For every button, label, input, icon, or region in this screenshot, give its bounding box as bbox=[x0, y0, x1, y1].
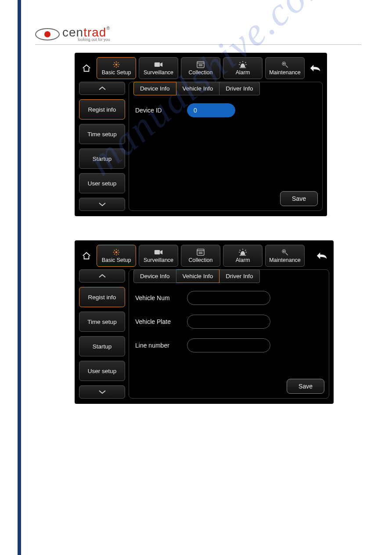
side-label: Time setup bbox=[87, 319, 116, 325]
svg-line-39 bbox=[240, 250, 241, 251]
svg-line-31 bbox=[118, 250, 119, 251]
side-label: User setup bbox=[88, 180, 116, 187]
brand-logo-mark bbox=[35, 28, 60, 40]
nav-label: Basic Setup bbox=[102, 69, 131, 76]
nav-label: Collection bbox=[189, 257, 213, 263]
scroll-down-button[interactable] bbox=[79, 385, 125, 399]
page-accent-bar bbox=[18, 0, 21, 555]
nav-collection[interactable]: Collection bbox=[181, 245, 220, 267]
device-id-row: Device ID 0 bbox=[135, 103, 316, 117]
nav-label: Maintenance bbox=[269, 257, 301, 263]
save-label: Save bbox=[298, 383, 313, 390]
scroll-up-button[interactable] bbox=[79, 82, 125, 95]
nav-collection[interactable]: Collection bbox=[181, 57, 220, 79]
vehicle-plate-label: Vehicle Plate bbox=[135, 318, 179, 325]
svg-line-30 bbox=[114, 254, 115, 254]
camera-icon bbox=[154, 61, 163, 69]
side-regist-info[interactable]: Regist info bbox=[79, 287, 125, 307]
alarm-icon bbox=[238, 61, 247, 69]
device-screen-vehicle-info: Basic Setup Surveillance Collection Alar… bbox=[75, 240, 334, 404]
device-id-value: 0 bbox=[194, 107, 197, 114]
tab-vehicle-info[interactable]: Vehicle Info bbox=[176, 269, 220, 283]
tab-label: Driver Info bbox=[226, 273, 253, 279]
svg-marker-33 bbox=[160, 250, 162, 254]
side-label: User setup bbox=[88, 368, 116, 374]
side-startup[interactable]: Startup bbox=[79, 149, 125, 169]
line-number-label: Line number bbox=[135, 342, 179, 349]
save-row: Save bbox=[133, 379, 324, 394]
back-icon[interactable] bbox=[314, 250, 329, 262]
svg-line-16 bbox=[240, 62, 241, 63]
tab-label: Device Info bbox=[140, 273, 170, 279]
line-number-row: Line number bbox=[135, 338, 323, 352]
vehicle-num-label: Vehicle Num bbox=[135, 294, 179, 301]
nav-label: Alarm bbox=[236, 69, 250, 76]
vehicle-plate-input[interactable] bbox=[187, 315, 270, 329]
svg-point-45 bbox=[284, 251, 284, 252]
side-nav: Regist info Time setup Startup User setu… bbox=[79, 269, 125, 399]
save-button[interactable]: Save bbox=[287, 379, 324, 394]
nav-alarm[interactable]: Alarm bbox=[223, 245, 263, 267]
vehicle-num-row: Vehicle Num bbox=[135, 291, 323, 305]
line-number-input[interactable] bbox=[187, 338, 270, 352]
back-icon[interactable] bbox=[308, 62, 323, 74]
tab-label: Device Info bbox=[140, 85, 170, 92]
side-label: Startup bbox=[93, 156, 112, 162]
nav-maintenance[interactable]: Maintenance bbox=[265, 57, 305, 79]
tab-device-info[interactable]: Device Info bbox=[133, 82, 176, 95]
tab-driver-info[interactable]: Driver Info bbox=[219, 82, 259, 95]
scroll-down-button[interactable] bbox=[79, 198, 125, 211]
side-user-setup[interactable]: User setup bbox=[79, 173, 125, 193]
side-user-setup[interactable]: User setup bbox=[79, 361, 125, 381]
side-time-setup[interactable]: Time setup bbox=[79, 312, 125, 332]
svg-line-40 bbox=[245, 250, 246, 251]
side-nav: Regist info Time setup Startup User setu… bbox=[79, 82, 125, 211]
tab-label: Vehicle Info bbox=[183, 273, 213, 279]
nav-surveillance[interactable]: Surveillance bbox=[139, 245, 178, 267]
brand-registered: ® bbox=[106, 26, 110, 31]
tab-vehicle-info[interactable]: Vehicle Info bbox=[176, 82, 220, 95]
nav-alarm[interactable]: Alarm bbox=[223, 57, 263, 79]
brand-header: centrad® looking out for you bbox=[35, 26, 361, 45]
form-area: Device ID 0 bbox=[133, 95, 318, 191]
home-icon[interactable] bbox=[79, 250, 94, 262]
device-id-input[interactable]: 0 bbox=[187, 103, 235, 117]
vehicle-num-input[interactable] bbox=[187, 291, 270, 305]
svg-line-17 bbox=[245, 62, 246, 63]
side-startup[interactable]: Startup bbox=[79, 336, 125, 356]
form-area: Vehicle Num Vehicle Plate Line number bbox=[133, 283, 324, 379]
svg-line-7 bbox=[114, 66, 115, 67]
tabs: Device Info Vehicle Info Driver Info bbox=[133, 82, 318, 95]
svg-line-5 bbox=[114, 62, 115, 63]
device-id-label: Device ID bbox=[135, 107, 179, 114]
side-label: Regist info bbox=[88, 106, 116, 113]
save-button[interactable]: Save bbox=[280, 191, 318, 206]
nav-label: Surveillance bbox=[144, 69, 173, 76]
save-label: Save bbox=[292, 195, 306, 202]
nav-basic-setup[interactable]: Basic Setup bbox=[97, 57, 136, 79]
nav-label: Basic Setup bbox=[102, 257, 131, 263]
content-body: Regist info Time setup Startup User setu… bbox=[79, 82, 323, 211]
home-icon[interactable] bbox=[79, 62, 94, 74]
brand-logo-dot bbox=[44, 31, 50, 37]
scroll-up-button[interactable] bbox=[79, 269, 125, 283]
gear-wrench-icon bbox=[281, 248, 289, 256]
nav-basic-setup[interactable]: Basic Setup bbox=[97, 245, 136, 267]
svg-point-22 bbox=[284, 63, 284, 64]
nav-maintenance[interactable]: Maintenance bbox=[265, 245, 305, 267]
tab-device-info[interactable]: Device Info bbox=[133, 269, 176, 283]
side-time-setup[interactable]: Time setup bbox=[79, 124, 125, 144]
save-row: Save bbox=[133, 191, 318, 206]
tab-label: Vehicle Info bbox=[183, 85, 213, 92]
gear-icon bbox=[112, 248, 120, 256]
side-regist-info[interactable]: Regist info bbox=[79, 99, 125, 120]
tab-driver-info[interactable]: Driver Info bbox=[219, 269, 259, 283]
nav-label: Alarm bbox=[236, 257, 250, 263]
camera-icon bbox=[154, 248, 163, 256]
nav-surveillance[interactable]: Surveillance bbox=[139, 57, 178, 79]
gear-icon bbox=[112, 61, 120, 69]
svg-point-0 bbox=[115, 64, 118, 66]
top-nav-bar: Basic Setup Surveillance Collection Alar… bbox=[79, 57, 323, 79]
brand-logo: centrad® looking out for you bbox=[35, 26, 110, 42]
content-panel: Device Info Vehicle Info Driver Info Veh… bbox=[129, 269, 329, 399]
